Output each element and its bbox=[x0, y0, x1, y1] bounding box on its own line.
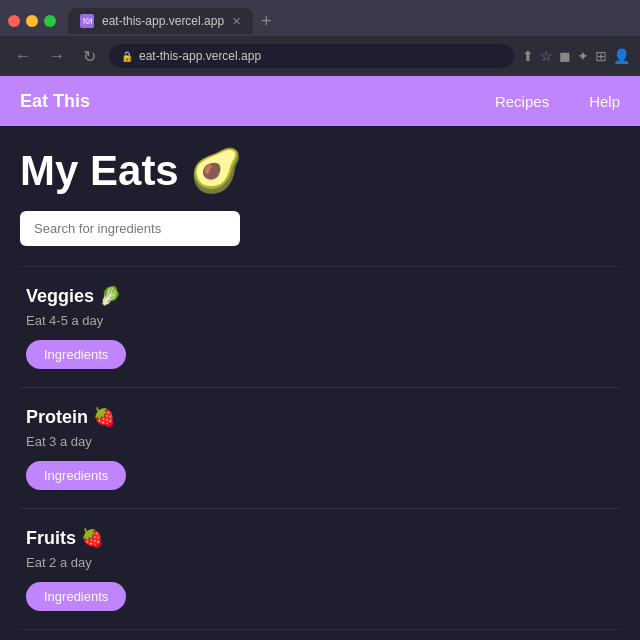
tab-bar: 🍽 eat-this-app.vercel.app ✕ + bbox=[0, 0, 640, 36]
forward-button[interactable]: → bbox=[44, 45, 70, 67]
ingredients-button-fruits[interactable]: Ingredients bbox=[26, 582, 126, 611]
window-controls bbox=[8, 15, 56, 27]
minimize-dot[interactable] bbox=[26, 15, 38, 27]
category-veggies: Veggies 🥬 Eat 4-5 a day Ingredients bbox=[20, 266, 620, 387]
lock-icon: 🔒 bbox=[121, 51, 133, 62]
tab-close-icon[interactable]: ✕ bbox=[232, 15, 241, 28]
reload-button[interactable]: ↻ bbox=[78, 45, 101, 68]
category-desc-protein: Eat 3 a day bbox=[26, 434, 620, 449]
page-title: My Eats 🥑 bbox=[20, 146, 620, 195]
back-button[interactable]: ← bbox=[10, 45, 36, 67]
toolbar-icons: ⬆ ☆ ◼ ✦ ⊞ 👤 bbox=[522, 48, 630, 64]
close-dot[interactable] bbox=[8, 15, 20, 27]
tab-title: eat-this-app.vercel.app bbox=[102, 14, 224, 28]
search-input[interactable] bbox=[20, 211, 240, 246]
category-dairy: Dairy and Alternatives 🥛 bbox=[20, 629, 620, 640]
tab-favicon: 🍽 bbox=[80, 14, 94, 28]
nav-recipes[interactable]: Recipes bbox=[495, 93, 549, 110]
profile-icon[interactable]: 👤 bbox=[613, 48, 630, 64]
address-bar[interactable]: 🔒 eat-this-app.vercel.app bbox=[109, 44, 514, 68]
share-icon[interactable]: ⬆ bbox=[522, 48, 534, 64]
category-desc-fruits: Eat 2 a day bbox=[26, 555, 620, 570]
address-bar-row: ← → ↻ 🔒 eat-this-app.vercel.app ⬆ ☆ ◼ ✦ … bbox=[0, 36, 640, 76]
app-content: Eat This Recipes Help My Eats 🥑 Veggies … bbox=[0, 76, 640, 640]
nav-brand: Eat This bbox=[20, 91, 495, 112]
category-title-veggies: Veggies 🥬 bbox=[26, 285, 620, 307]
main-content: My Eats 🥑 Veggies 🥬 Eat 4-5 a day Ingred… bbox=[0, 126, 640, 640]
browser-chrome: 🍽 eat-this-app.vercel.app ✕ + ← → ↻ 🔒 ea… bbox=[0, 0, 640, 76]
extension-icon-3[interactable]: ⊞ bbox=[595, 48, 607, 64]
category-desc-veggies: Eat 4-5 a day bbox=[26, 313, 620, 328]
extension-icon-2[interactable]: ✦ bbox=[577, 48, 589, 64]
extension-icon-1[interactable]: ◼ bbox=[559, 48, 571, 64]
new-tab-button[interactable]: + bbox=[257, 11, 276, 32]
category-title-protein: Protein 🍓 bbox=[26, 406, 620, 428]
category-protein: Protein 🍓 Eat 3 a day Ingredients bbox=[20, 387, 620, 508]
category-fruits: Fruits 🍓 Eat 2 a day Ingredients bbox=[20, 508, 620, 629]
star-icon[interactable]: ☆ bbox=[540, 48, 553, 64]
nav-help[interactable]: Help bbox=[589, 93, 620, 110]
nav-links: Recipes Help bbox=[495, 93, 620, 110]
navbar: Eat This Recipes Help bbox=[0, 76, 640, 126]
ingredients-button-veggies[interactable]: Ingredients bbox=[26, 340, 126, 369]
ingredients-button-protein[interactable]: Ingredients bbox=[26, 461, 126, 490]
maximize-dot[interactable] bbox=[44, 15, 56, 27]
url-text: eat-this-app.vercel.app bbox=[139, 49, 261, 63]
active-tab[interactable]: 🍽 eat-this-app.vercel.app ✕ bbox=[68, 8, 253, 34]
category-title-fruits: Fruits 🍓 bbox=[26, 527, 620, 549]
